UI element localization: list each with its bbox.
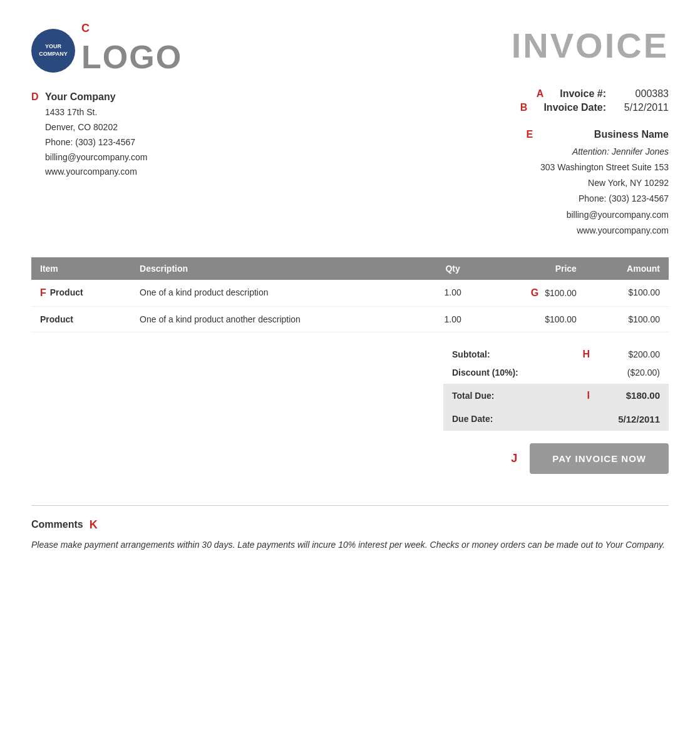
d-label: D [31, 88, 41, 105]
company-name: Your Company [45, 88, 147, 105]
totals-table: Subtotal: H $200.00 Discount (10%): ($20… [443, 345, 669, 431]
logo-circle-text: YOUR COMPANY [39, 43, 67, 58]
invoice-title: INVOICE [512, 25, 669, 66]
company-info: D Your Company 1433 17th St. Denver, CO … [31, 88, 147, 239]
attention: Attention: Jennifer Jones [540, 144, 669, 160]
comments-section: Comments K Please make payment arrangeme… [31, 505, 669, 552]
k-label: K [90, 518, 98, 532]
company-phone: Phone: (303) 123-4567 [45, 135, 147, 150]
table-row: ProductOne of a kind product another des… [31, 306, 669, 332]
item-name: Product [50, 287, 83, 297]
col-item: Item [31, 257, 131, 280]
cell-description: One of a kind product another descriptio… [131, 306, 425, 332]
total-due-row: Total Due: I $180.00 [443, 384, 669, 408]
subtotal-row: Subtotal: H $200.00 [443, 345, 669, 364]
page-header: YOUR COMPANY C LOGO INVOICE [31, 25, 669, 76]
col-qty: Qty [425, 257, 481, 280]
cell-amount: $100.00 [585, 280, 669, 307]
discount-row: Discount (10%): ($20.00) [443, 364, 669, 381]
invoice-meta-section: D Your Company 1433 17th St. Denver, CO … [31, 88, 669, 239]
cell-price: G$100.00 [481, 280, 585, 307]
discount-label: Discount (10%): [452, 368, 518, 378]
invoice-numbers: A Invoice #: 000383 B Invoice Date: 5/12… [520, 88, 669, 113]
a-label: A [537, 88, 544, 100]
due-date-value: 5/12/2011 [604, 414, 660, 424]
logo-text: LOGO [81, 38, 182, 76]
cell-description: One of a kind product description [131, 280, 425, 307]
h-label: H [582, 349, 590, 360]
subtotal-label: Subtotal: [452, 349, 490, 359]
bill-website: www.yourcompany.com [540, 223, 669, 239]
bill-to: E Business Name Attention: Jennifer Jone… [520, 126, 669, 239]
total-due-label: Total Due: [452, 391, 494, 401]
business-name: Business Name [540, 126, 669, 144]
comments-text: Please make payment arrangements within … [31, 538, 669, 552]
discount-value: ($20.00) [604, 368, 660, 378]
cell-price: $100.00 [481, 306, 585, 332]
bill-address2: New York, NY 10292 [540, 175, 669, 191]
bill-email: billing@yourcompany.com [540, 207, 669, 223]
j-label: J [511, 452, 517, 465]
invoice-date-value: 5/12/2011 [619, 102, 669, 113]
item-name: Product [40, 314, 73, 324]
e-label: E [526, 126, 533, 144]
invoice-date-label: Invoice Date: [543, 102, 606, 113]
f-label: F [40, 287, 46, 299]
col-price: Price [481, 257, 585, 280]
comments-header: Comments K [31, 518, 669, 532]
b-label: B [520, 102, 528, 113]
c-label: C [81, 22, 182, 35]
col-amount: Amount [585, 257, 669, 280]
pay-section: J PAY INVOICE NOW [31, 443, 669, 474]
right-info: A Invoice #: 000383 B Invoice Date: 5/12… [520, 88, 669, 239]
company-address2: Denver, CO 80202 [45, 120, 147, 135]
subtotal-value: $200.00 [604, 349, 660, 359]
cell-qty: 1.00 [425, 280, 481, 307]
logo-area: YOUR COMPANY C LOGO [31, 25, 182, 76]
logo-circle: YOUR COMPANY [31, 29, 75, 73]
invoice-date-row: B Invoice Date: 5/12/2011 [520, 102, 669, 113]
cell-qty: 1.00 [425, 306, 481, 332]
bill-phone: Phone: (303) 123-4567 [540, 191, 669, 207]
bill-address1: 303 Washington Street Suite 153 [540, 160, 669, 175]
due-date-label: Due Date: [452, 414, 493, 424]
i-label: I [587, 390, 590, 401]
company-address1: 1433 17th St. [45, 105, 147, 120]
table-header-row: Item Description Qty Price Amount [31, 257, 669, 280]
pay-invoice-button[interactable]: PAY INVOICE NOW [530, 443, 669, 474]
invoice-number-value: 000383 [619, 88, 669, 100]
table-row: FProductOne of a kind product descriptio… [31, 280, 669, 307]
cell-amount: $100.00 [585, 306, 669, 332]
invoice-table: Item Description Qty Price Amount FProdu… [31, 257, 669, 332]
company-website: www.yourcompany.com [45, 165, 147, 180]
cell-item: FProduct [31, 280, 131, 307]
company-email: billing@yourcompany.com [45, 150, 147, 165]
invoice-number-row: A Invoice #: 000383 [520, 88, 669, 100]
g-label: G [531, 287, 538, 299]
total-due-box: Total Due: I $180.00 Due Date: 5/12/2011 [443, 384, 669, 431]
due-date-row: Due Date: 5/12/2011 [443, 408, 669, 431]
invoice-number-label: Invoice #: [560, 88, 606, 100]
totals-section: Subtotal: H $200.00 Discount (10%): ($20… [31, 345, 669, 431]
comments-title: Comments [31, 519, 83, 530]
cell-item: Product [31, 306, 131, 332]
col-description: Description [131, 257, 425, 280]
total-due-value: $180.00 [604, 390, 660, 401]
